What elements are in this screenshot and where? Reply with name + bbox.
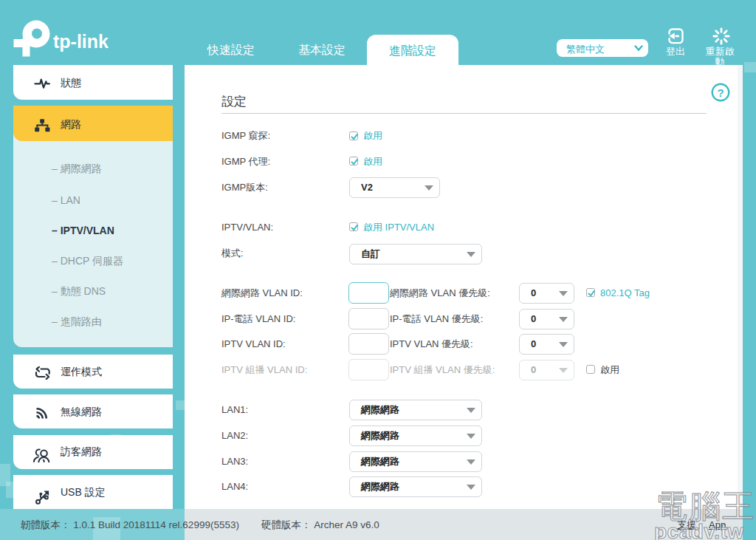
svg-text:pcadv.tw: pcadv.tw xyxy=(654,520,744,540)
svg-text:?: ? xyxy=(717,86,724,99)
svg-text:tp-link: tp-link xyxy=(53,31,109,52)
svg-text:電腦王: 電腦王 xyxy=(656,488,755,524)
